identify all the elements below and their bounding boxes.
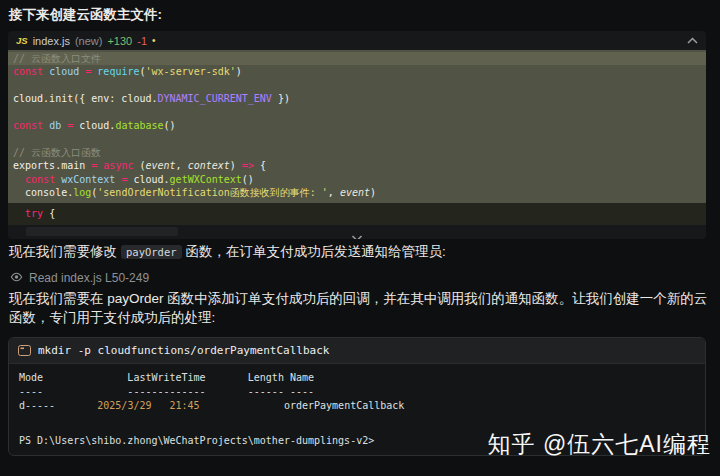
terminal-command-header: mkdir -p cloudfunctions/orderPaymentCall… [9,338,705,364]
code-line: try { [8,207,706,220]
chevron-up-icon[interactable] [687,37,698,44]
paragraph-text: 函数，在订单支付成功后发送通知给管理员: [186,244,446,259]
assistant-message-intro: 接下来创建云函数主文件: [9,6,162,24]
code-added-lines: // 云函数入口文件const cloud = require('wx-serv… [8,50,706,203]
code-line: // 云函数入口文件 [8,52,706,65]
paragraph-text: 现在我们需要修改 [9,244,117,259]
code-trailing-lines: try { [8,203,706,224]
code-line [8,79,706,92]
assistant-message-paragraph: 现在我们需要修改payOrder函数，在订单支付成功后发送通知给管理员: [9,243,711,261]
chevron-down-icon[interactable] [352,228,363,239]
javascript-file-icon: JS [16,35,28,46]
chat-transcript-page: 接下来创建云函数主文件: JS index.js (new) +130 -1 •… [0,0,720,476]
modified-dot-indicator: • [152,35,156,46]
code-diff-header: JS index.js (new) +130 -1 • [8,31,706,50]
eye-icon [10,271,23,285]
code-line: console.log('sendOrderNotification函数接收到的… [8,186,706,199]
collapsed-hint-pill [26,227,178,236]
code-line: const db = cloud.database() [8,119,706,132]
assistant-message-paragraph: 现在我们需要在 payOrder 函数中添加订单支付成功后的回调，并在其中调用我… [9,289,713,327]
read-file-status: Read index.js L50-249 [10,271,149,285]
code-line [8,132,706,145]
code-line: exports.main = async (event, context) =>… [8,159,706,172]
code-diff-block: JS index.js (new) +130 -1 • // 云函数入口文件co… [8,31,706,239]
deletions-count: -1 [137,35,147,47]
code-line: const wxContext = cloud.getWXContext() [8,173,706,186]
code-line: cloud.init({ env: cloud.DYNAMIC_CURRENT_… [8,92,706,105]
code-line: // 云函数入口函数 [8,146,706,159]
read-status-label: Read index.js L50-249 [29,271,149,285]
terminal-command-text: mkdir -p cloudfunctions/orderPaymentCall… [38,344,329,357]
code-block-footer [8,225,706,239]
terminal-icon [18,342,31,360]
zhihu-watermark: 知乎 @伍六七AI编程 [488,429,711,460]
code-line [8,106,706,119]
code-line: const cloud = require('wx-server-sdk') [8,65,706,78]
additions-count: +130 [107,35,132,47]
directory-listing: Mode LastWriteTime Length Name ---- ----… [19,371,695,413]
inline-code-payorder: payOrder [121,245,182,259]
filename-label: index.js [33,35,70,47]
file-status-label: (new) [75,35,103,47]
